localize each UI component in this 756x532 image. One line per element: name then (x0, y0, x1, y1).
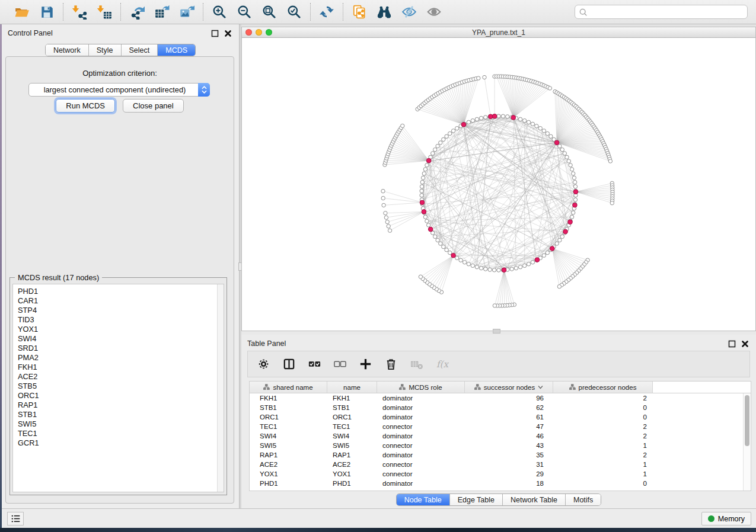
close-panel-button[interactable]: Close panel (123, 99, 184, 113)
deselect-all-rows-button[interactable] (333, 357, 348, 372)
node-table: shared namenameMCDS rolesuccessor nodesp… (249, 381, 751, 491)
export-network-button[interactable] (128, 3, 146, 21)
column-header-successor-nodes[interactable]: successor nodes (465, 382, 553, 393)
cell: connector (377, 441, 465, 450)
table-row[interactable]: SWI4SWI4dominator462 (250, 431, 751, 441)
network-window-titlebar[interactable]: YPA_prune.txt_1 (242, 27, 755, 38)
cell: PHD1 (327, 479, 377, 488)
mcds-result-scrollbar[interactable] (217, 284, 224, 492)
control-panel-close-button[interactable] (222, 28, 233, 38)
cell: 62 (465, 403, 553, 412)
hierarchy-icon (399, 384, 406, 390)
tab-edge-table[interactable]: Edge Table (450, 494, 503, 505)
tab-select[interactable]: Select (122, 44, 158, 56)
open-file-button[interactable] (13, 3, 31, 21)
mcds-result-node[interactable]: ORC1 (18, 391, 214, 400)
table-row[interactable]: SWI5SWI5connector431 (250, 441, 751, 450)
zoom-out-button[interactable] (235, 3, 253, 21)
select-all-rows-button[interactable] (307, 357, 323, 372)
zoom-in-button[interactable] (210, 3, 228, 21)
show-hidden-button[interactable] (425, 3, 443, 21)
network-graph (242, 38, 755, 331)
mcds-result-node[interactable]: CAR1 (18, 296, 214, 306)
control-panel-float-button[interactable] (209, 28, 220, 38)
mcds-result-node[interactable]: TID3 (18, 315, 214, 325)
mcds-result-node[interactable]: STP4 (18, 306, 214, 315)
column-header-MCDS-role[interactable]: MCDS role (377, 382, 465, 393)
table-panel-close-button[interactable] (739, 339, 750, 348)
table-row[interactable]: STB1STB1dominator620 (250, 403, 751, 412)
import-table-button[interactable] (95, 3, 113, 21)
cell: FKH1 (250, 393, 327, 403)
table-row[interactable]: TEC1TEC1connector472 (250, 422, 751, 431)
tab-node-table[interactable]: Node Table (397, 494, 450, 505)
mcds-result-node[interactable]: ACE2 (18, 372, 214, 382)
zoom-selected-button[interactable] (285, 3, 303, 21)
mcds-result-list[interactable]: PHD1CAR1STP4TID3YOX1SWI4SRD1PMA2FKH1ACE2… (12, 284, 224, 492)
cell: 0 (553, 403, 653, 412)
cell: 61 (465, 412, 553, 422)
save-session-icon (39, 4, 55, 20)
cell: 46 (465, 431, 553, 441)
table-row[interactable]: ACE2ACE2connector311 (250, 460, 751, 469)
select-all-rows-icon (308, 357, 321, 371)
cell: 2 (553, 431, 653, 441)
memory-button[interactable]: Memory (701, 512, 751, 525)
tab-mcds[interactable]: MCDS (158, 44, 195, 56)
mcds-result-node[interactable]: GCR1 (18, 438, 214, 448)
mcds-result-title: MCDS result (17 nodes) (15, 273, 102, 282)
settings-button[interactable] (256, 357, 272, 372)
mcds-result-node[interactable]: TEC1 (18, 429, 214, 438)
delete-column-button[interactable] (384, 357, 399, 372)
search-input[interactable] (588, 6, 744, 18)
tab-network-table[interactable]: Network Table (503, 494, 566, 505)
mcds-result-node[interactable]: SWI4 (18, 334, 214, 344)
network-canvas[interactable] (242, 38, 755, 331)
mcds-result-node[interactable]: RAP1 (18, 400, 214, 410)
refresh-view-icon (319, 4, 334, 20)
table-row[interactable]: PHD1PHD1dominator180 (250, 479, 751, 488)
cell: 96 (465, 393, 553, 403)
table-row[interactable]: FKH1FKH1dominator962 (250, 393, 751, 403)
add-column-button[interactable] (358, 357, 374, 372)
float-icon (211, 30, 219, 37)
column-header-predecessor-nodes[interactable]: predecessor nodes (553, 382, 653, 393)
task-history-button[interactable] (7, 512, 24, 525)
search-box[interactable] (575, 5, 748, 19)
import-network-button[interactable] (71, 3, 88, 21)
table-row[interactable]: RAP1RAP1dominator352 (250, 450, 751, 460)
tab-motifs[interactable]: Motifs (566, 494, 601, 505)
mcds-result-node[interactable]: PMA2 (18, 353, 214, 363)
mcds-result-node[interactable]: YOX1 (18, 325, 214, 334)
tab-network[interactable]: Network (46, 44, 89, 56)
show-columns-button[interactable] (282, 357, 297, 372)
mcds-result-node[interactable]: FKH1 (18, 363, 214, 372)
refresh-view-button[interactable] (318, 3, 336, 21)
mcds-result-node[interactable]: PHD1 (18, 287, 214, 296)
export-table-button[interactable] (153, 3, 171, 21)
search-network-button[interactable] (375, 3, 393, 21)
mcds-result-node[interactable]: SRD1 (18, 344, 214, 353)
table-scrollbar[interactable] (743, 393, 751, 491)
table-panel-float-button[interactable] (726, 339, 737, 348)
optimization-criterion-select[interactable]: largest connected component (undirected) (28, 83, 210, 97)
table-row[interactable]: ORC1ORC1dominator610 (250, 412, 751, 422)
mcds-result-node[interactable]: SWI5 (18, 419, 214, 429)
mcds-result-node[interactable]: STB1 (18, 410, 214, 419)
table-row[interactable]: YOX1YOX1connector291 (250, 469, 751, 479)
clone-network-button[interactable] (350, 3, 368, 21)
search-network-icon (377, 4, 392, 20)
cell: ACE2 (250, 460, 327, 469)
mcds-tab-content: Optimization criterion: largest connecte… (5, 56, 234, 504)
zoom-fit-button[interactable] (260, 3, 278, 21)
hide-selected-button[interactable] (400, 3, 418, 21)
tab-style[interactable]: Style (89, 44, 122, 56)
horizontal-resize-grip[interactable] (493, 329, 500, 334)
save-session-button[interactable] (38, 3, 56, 21)
mcds-result-node[interactable]: STB5 (18, 382, 214, 391)
export-image-button[interactable] (178, 3, 196, 21)
table-scrollbar-thumb[interactable] (745, 395, 749, 446)
column-header-name[interactable]: name (327, 382, 377, 393)
run-mcds-button[interactable]: Run MCDS (56, 99, 115, 113)
column-header-shared-name[interactable]: shared name (250, 382, 327, 393)
